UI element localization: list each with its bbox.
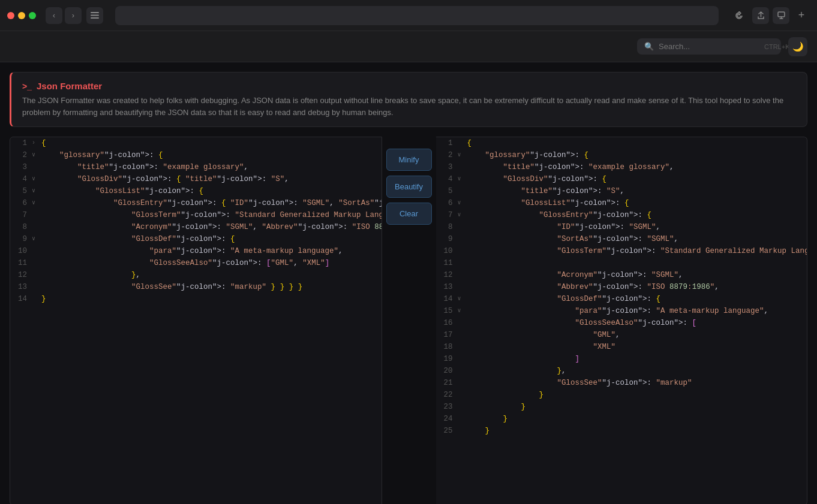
table-row: 20 }, [436, 365, 807, 377]
line-content: "GlossSeeAlso""j-colon">: ["GML", "XML"] [40, 257, 382, 269]
line-number: 9 [10, 233, 32, 245]
left-panel[interactable]: 1›{2∨ "glossary""j-colon">: {3 "title""j… [10, 137, 382, 504]
line-content: "GlossDef""j-colon">: { [40, 233, 382, 245]
line-number: 5 [10, 185, 32, 197]
close-button[interactable] [7, 12, 14, 19]
line-number: 19 [436, 353, 458, 365]
fold-arrow[interactable]: ∨ [32, 149, 40, 161]
line-number: 22 [436, 389, 458, 401]
minimize-button[interactable] [18, 12, 25, 19]
line-number: 3 [436, 161, 458, 173]
display-button[interactable] [773, 7, 789, 24]
fold-arrow[interactable]: ∨ [458, 305, 466, 317]
left-code-editor[interactable]: 1›{2∨ "glossary""j-colon">: {3 "title""j… [10, 137, 382, 504]
line-content: } [40, 293, 382, 305]
fold-arrow[interactable]: ∨ [458, 293, 466, 305]
line-content: "glossary""j-colon">: { [40, 149, 382, 161]
line-content: "GlossDef""j-colon">: { [466, 293, 807, 305]
line-number: 14 [10, 293, 32, 305]
search-shortcut: CTRL+K [764, 43, 790, 50]
fold-arrow[interactable]: ∨ [32, 185, 40, 197]
line-content: "Acronym""j-colon">: "SGML", "Abbrev""j-… [40, 221, 382, 233]
title-bar: ‹ › + [0, 0, 817, 31]
fold-arrow[interactable]: ∨ [458, 173, 466, 185]
share-button[interactable] [752, 7, 769, 24]
fold-arrow[interactable]: ∨ [458, 197, 466, 209]
minify-button[interactable]: Minify [386, 149, 432, 171]
clear-button[interactable]: Clear [386, 203, 432, 225]
line-content: } [466, 413, 807, 425]
table-row: 5 "title""j-colon">: "S", [436, 185, 807, 197]
fold-arrow[interactable]: ∨ [458, 149, 466, 161]
fold-arrow[interactable]: › [32, 137, 40, 149]
line-number: 12 [10, 269, 32, 281]
table-row: 8 "ID""j-colon">: "SGML", [436, 221, 807, 233]
line-number: 16 [436, 317, 458, 329]
fold-arrow[interactable]: ∨ [32, 197, 40, 209]
table-row: 3 "title""j-colon">: "example glossary", [436, 161, 807, 173]
table-row: 10 "GlossTerm""j-colon">: "Standard Gene… [436, 245, 807, 257]
line-number: 4 [10, 173, 32, 185]
dark-mode-button[interactable]: 🌙 [788, 37, 807, 56]
line-number: 7 [436, 209, 458, 221]
right-code-editor[interactable]: 1 {2∨ "glossary""j-colon">: {3 "title""j… [436, 137, 807, 504]
svg-rect-1 [91, 15, 99, 16]
right-panel[interactable]: 1 {2∨ "glossary""j-colon">: {3 "title""j… [436, 137, 808, 504]
table-row: 1 { [436, 137, 807, 149]
editor-area: 1›{2∨ "glossary""j-colon">: {3 "title""j… [10, 137, 807, 504]
address-bar[interactable] [115, 6, 719, 25]
fold-arrow[interactable]: ∨ [32, 233, 40, 245]
search-box[interactable]: 🔍 CTRL+K [637, 38, 781, 55]
table-row: 10 "para""j-colon">: "A meta-markup lang… [10, 245, 382, 257]
line-content: "para""j-colon">: "A meta-markup languag… [40, 245, 382, 257]
line-number: 1 [436, 137, 458, 149]
line-content: "title""j-colon">: "example glossary", [466, 161, 807, 173]
table-row: 4∨ "GlossDiv""j-colon">: { [436, 173, 807, 185]
refresh-button[interactable] [731, 7, 747, 24]
line-content: "GlossSeeAlso""j-colon">: [ [466, 317, 807, 329]
beautify-button[interactable]: Beautify [386, 176, 432, 198]
line-content: "GlossTerm""j-colon">: "Standard General… [40, 209, 382, 221]
line-number: 14 [436, 293, 458, 305]
table-row: 17 "GML", [436, 329, 807, 341]
table-row: 4∨ "GlossDiv""j-colon">: { "title""j-col… [10, 173, 382, 185]
line-number: 1 [10, 137, 32, 149]
back-button[interactable]: ‹ [46, 7, 62, 24]
line-content: "XML" [466, 341, 807, 353]
line-number: 8 [10, 221, 32, 233]
line-content: "SortAs""j-colon">: "SGML", [466, 233, 807, 245]
line-number: 17 [436, 329, 458, 341]
svg-rect-3 [778, 12, 785, 17]
line-number: 4 [436, 173, 458, 185]
line-number: 7 [10, 209, 32, 221]
title-bar-actions: + [752, 7, 810, 24]
line-number: 10 [436, 245, 458, 257]
middle-buttons: Minify Beautify Clear [382, 137, 436, 504]
traffic-lights [7, 12, 36, 19]
fold-arrow[interactable]: ∨ [458, 209, 466, 221]
banner-description: The JSON Formatter was created to help f… [22, 95, 796, 118]
table-row: 25 } [436, 425, 807, 437]
line-content: "GlossSee""j-colon">: "markup" [466, 377, 807, 389]
maximize-button[interactable] [29, 12, 36, 19]
fold-arrow[interactable]: ∨ [32, 173, 40, 185]
table-row: 13 "GlossSee""j-colon">: "markup" } } } … [10, 281, 382, 293]
line-number: 6 [10, 197, 32, 209]
line-content: "GlossList""j-colon">: { [466, 197, 807, 209]
sidebar-toggle-button[interactable] [86, 7, 103, 24]
new-tab-button[interactable]: + [793, 7, 810, 24]
line-content: "title""j-colon">: "example glossary", [40, 161, 382, 173]
svg-rect-2 [91, 17, 99, 19]
line-content: { [40, 137, 382, 149]
forward-button[interactable]: › [65, 7, 82, 24]
table-row: 14 } [10, 293, 382, 305]
table-row: 21 "GlossSee""j-colon">: "markup" [436, 377, 807, 389]
line-content: "ID""j-colon">: "SGML", [466, 221, 807, 233]
line-content: }, [466, 365, 807, 377]
line-number: 21 [436, 377, 458, 389]
line-content: "GlossSee""j-colon">: "markup" } } } } [40, 281, 382, 293]
table-row: 16 "GlossSeeAlso""j-colon">: [ [436, 317, 807, 329]
search-input[interactable] [659, 42, 759, 51]
line-content: "GlossEntry""j-colon">: { [466, 209, 807, 221]
banner-title: >_ Json Formatter [22, 81, 796, 91]
